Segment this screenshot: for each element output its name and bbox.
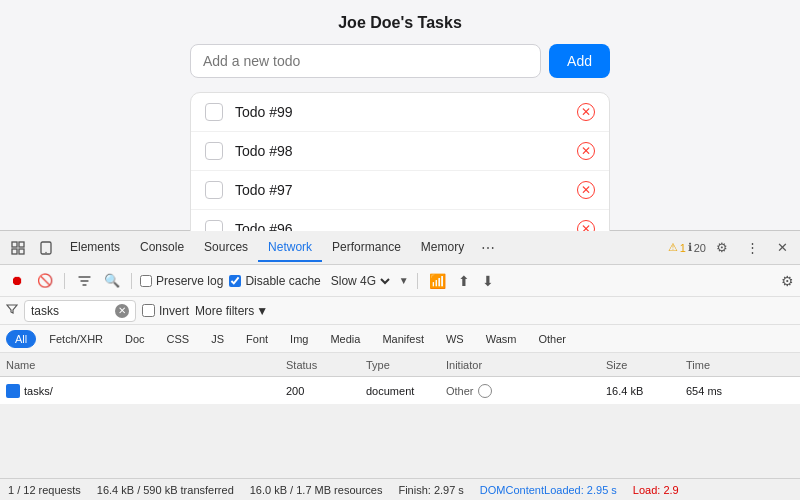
tab-elements[interactable]: Elements <box>60 234 130 262</box>
preserve-log-label[interactable]: Preserve log <box>140 274 223 288</box>
filter-clear-button[interactable]: ✕ <box>115 304 129 318</box>
statusbar-finish: Finish: 2.97 s <box>398 484 463 496</box>
type-btn-css[interactable]: CSS <box>158 330 199 348</box>
clear-button[interactable]: 🚫 <box>34 270 56 292</box>
preserve-log-checkbox[interactable] <box>140 275 152 287</box>
type-btn-manifest[interactable]: Manifest <box>373 330 433 348</box>
app-title: Joe Doe's Tasks <box>338 14 462 32</box>
svg-rect-0 <box>12 242 17 247</box>
type-btn-fetchxhr[interactable]: Fetch/XHR <box>40 330 112 348</box>
network-filter-row: ✕ Invert More filters ▼ <box>0 297 800 325</box>
tab-memory[interactable]: Memory <box>411 234 474 262</box>
type-btn-font[interactable]: Font <box>237 330 277 348</box>
more-filters-text: More filters <box>195 304 254 318</box>
warning-badge: ⚠ 1 <box>668 241 686 254</box>
settings-icon[interactable]: ⚙ <box>708 234 736 262</box>
search-icon-button[interactable]: 🔍 <box>101 270 123 292</box>
more-tabs-icon[interactable]: ⋯ <box>474 234 502 262</box>
more-filters-chevron: ▼ <box>256 304 268 318</box>
input-row: Add <box>190 44 610 78</box>
row-initiator-cell: Other <box>446 384 606 398</box>
statusbar-domloaded: DOMContentLoaded: 2.95 s <box>480 484 617 496</box>
inspect-icon[interactable] <box>4 234 32 262</box>
col-size-header[interactable]: Size <box>606 359 686 371</box>
list-item: Todo #98 ✕ <box>191 132 609 171</box>
col-type-header[interactable]: Type <box>366 359 446 371</box>
add-button[interactable]: Add <box>549 44 610 78</box>
col-name-header[interactable]: Name <box>6 359 286 371</box>
todo-delete-99[interactable]: ✕ <box>577 103 595 121</box>
todo-checkbox-99[interactable] <box>205 103 223 121</box>
devtools-panel: Elements Console Sources Network Perform… <box>0 230 800 500</box>
network-settings-icon[interactable]: ⚙ <box>781 273 794 289</box>
divider3 <box>417 273 418 289</box>
type-btn-media[interactable]: Media <box>321 330 369 348</box>
statusbar-load: Load: 2.9 <box>633 484 679 496</box>
warning-triangle-icon: ⚠ <box>668 241 678 254</box>
statusbar: 1 / 12 requests 16.4 kB / 590 kB transfe… <box>0 478 800 500</box>
disable-cache-label[interactable]: Disable cache <box>229 274 320 288</box>
cursor-icon <box>478 384 492 398</box>
throttle-select[interactable]: Slow 4G <box>327 273 393 289</box>
type-btn-other[interactable]: Other <box>529 330 575 348</box>
invert-label[interactable]: Invert <box>142 304 189 318</box>
info-count: 20 <box>694 242 706 254</box>
table-row[interactable]: tasks/ 200 document Other 16.4 kB 654 ms <box>0 377 800 405</box>
disable-cache-text: Disable cache <box>245 274 320 288</box>
type-btn-ws[interactable]: WS <box>437 330 473 348</box>
ellipsis-icon[interactable]: ⋮ <box>738 234 766 262</box>
close-icon[interactable]: ✕ <box>768 234 796 262</box>
divider2 <box>131 273 132 289</box>
todo-checkbox-98[interactable] <box>205 142 223 160</box>
tab-network[interactable]: Network <box>258 234 322 262</box>
row-size: 16.4 kB <box>606 385 686 397</box>
todo-text-99: Todo #99 <box>235 104 565 120</box>
more-filters-button[interactable]: More filters ▼ <box>195 304 268 318</box>
todo-delete-98[interactable]: ✕ <box>577 142 595 160</box>
filter-icon-button[interactable] <box>73 270 95 292</box>
type-btn-js[interactable]: JS <box>202 330 233 348</box>
tab-performance[interactable]: Performance <box>322 234 411 262</box>
download-icon[interactable]: ⬇ <box>479 273 497 289</box>
row-name-cell: tasks/ <box>6 384 286 398</box>
info-icon: ℹ <box>688 241 692 254</box>
list-item: Todo #99 ✕ <box>191 93 609 132</box>
col-initiator-header[interactable]: Initiator <box>446 359 606 371</box>
statusbar-requests: 1 / 12 requests <box>8 484 81 496</box>
todo-input[interactable] <box>190 44 541 78</box>
tab-console[interactable]: Console <box>130 234 194 262</box>
type-btn-all[interactable]: All <box>6 330 36 348</box>
filter-funnel-icon <box>6 303 18 318</box>
row-initiator-text: Other <box>446 385 474 397</box>
divider <box>64 273 65 289</box>
chevron-down-icon[interactable]: ▼ <box>399 275 409 286</box>
mobile-icon[interactable] <box>32 234 60 262</box>
record-button[interactable]: ⏺ <box>6 270 28 292</box>
type-btn-doc[interactable]: Doc <box>116 330 154 348</box>
disable-cache-checkbox[interactable] <box>229 275 241 287</box>
svg-rect-1 <box>19 242 24 247</box>
filter-input[interactable] <box>31 304 111 318</box>
col-time-header[interactable]: Time <box>686 359 794 371</box>
todo-text-98: Todo #98 <box>235 143 565 159</box>
todo-checkbox-97[interactable] <box>205 181 223 199</box>
type-btn-img[interactable]: Img <box>281 330 317 348</box>
type-btn-wasm[interactable]: Wasm <box>477 330 526 348</box>
warning-count: 1 <box>680 242 686 254</box>
col-status-header[interactable]: Status <box>286 359 366 371</box>
list-item: Todo #97 ✕ <box>191 171 609 210</box>
tabs-right-area: ⚠ 1 ℹ 20 ⚙ ⋮ ✕ <box>668 234 796 262</box>
todo-text-97: Todo #97 <box>235 182 565 198</box>
statusbar-transferred: 16.4 kB / 590 kB transferred <box>97 484 234 496</box>
wifi-icon[interactable]: 📶 <box>426 273 449 289</box>
network-toolbar: ⏺ 🚫 🔍 Preserve log Disable cache Slow 4G… <box>0 265 800 297</box>
todo-delete-97[interactable]: ✕ <box>577 181 595 199</box>
filter-input-wrap: ✕ <box>24 300 136 322</box>
tab-sources[interactable]: Sources <box>194 234 258 262</box>
invert-text: Invert <box>159 304 189 318</box>
upload-icon[interactable]: ⬆ <box>455 273 473 289</box>
doc-icon <box>6 384 20 398</box>
row-status: 200 <box>286 385 366 397</box>
todo-list: Todo #99 ✕ Todo #98 ✕ Todo #97 ✕ Todo #9… <box>190 92 610 249</box>
invert-checkbox[interactable] <box>142 304 155 317</box>
